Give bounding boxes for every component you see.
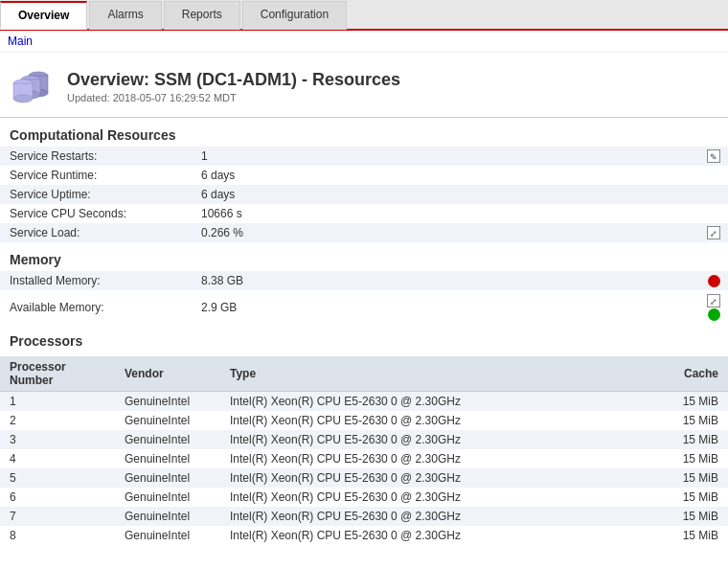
table-row: 1 GenuineIntel Intel(R) Xeon(R) CPU E5-2… (0, 392, 728, 412)
computational-heading: Computational Resources (0, 118, 728, 147)
row-label: Available Memory: (0, 290, 192, 324)
expand-icon[interactable]: ⤢ (707, 294, 720, 307)
row-icon-cell (690, 271, 728, 290)
row-value: 2.9 GB (192, 290, 690, 324)
row-value: 6 days (192, 166, 690, 185)
table-row: Service CPU Seconds: 10666 s (0, 204, 728, 223)
processors-table: Processor NumberVendorTypeCache 1 Genuin… (0, 356, 728, 545)
proc-number: 2 (0, 411, 115, 430)
row-label: Service Uptime: (0, 185, 192, 204)
proc-vendor: GenuineIntel (115, 488, 220, 507)
proc-cache: 15 MiB (671, 488, 728, 507)
proc-vendor: GenuineIntel (115, 468, 220, 488)
row-value: 8.38 GB (192, 271, 690, 290)
table-row: 4 GenuineIntel Intel(R) Xeon(R) CPU E5-2… (0, 449, 728, 468)
proc-type: Intel(R) Xeon(R) CPU E5-2630 0 @ 2.30GHz (220, 392, 671, 412)
table-row: Service Restarts: 1 ✎ (0, 147, 728, 166)
row-icon-cell: ⤢ (690, 223, 728, 242)
proc-cache: 15 MiB (671, 392, 728, 412)
proc-vendor: GenuineIntel (115, 411, 220, 430)
proc-number: 1 (0, 392, 115, 412)
page-header: Overview: SSM (DC1-ADM1) - Resources Upd… (0, 53, 728, 118)
proc-number: 5 (0, 468, 115, 488)
breadcrumb: Main (0, 31, 728, 53)
proc-vendor: GenuineIntel (115, 507, 220, 526)
row-label: Service Runtime: (0, 166, 192, 185)
proc-cache: 15 MiB (671, 449, 728, 468)
proc-number: 7 (0, 507, 115, 526)
row-icon-cell (690, 185, 728, 204)
proc-vendor: GenuineIntel (115, 430, 220, 449)
proc-cache: 15 MiB (671, 430, 728, 449)
tab-overview[interactable]: Overview (0, 1, 87, 30)
table-row: 5 GenuineIntel Intel(R) Xeon(R) CPU E5-2… (0, 468, 728, 488)
svg-point-8 (13, 95, 33, 102)
row-label: Service Load: (0, 223, 192, 242)
table-row: 7 GenuineIntel Intel(R) Xeon(R) CPU E5-2… (0, 507, 728, 526)
proc-type: Intel(R) Xeon(R) CPU E5-2630 0 @ 2.30GHz (220, 468, 671, 488)
proc-type: Intel(R) Xeon(R) CPU E5-2630 0 @ 2.30GHz (220, 526, 671, 545)
table-row: 3 GenuineIntel Intel(R) Xeon(R) CPU E5-2… (0, 430, 728, 449)
green-status-icon (708, 308, 720, 321)
column-header: Processor Number (0, 356, 115, 392)
proc-cache: 15 MiB (671, 526, 728, 545)
proc-type: Intel(R) Xeon(R) CPU E5-2630 0 @ 2.30GHz (220, 449, 671, 468)
row-value: 1 (192, 147, 690, 166)
proc-number: 4 (0, 449, 115, 468)
tab-configuration[interactable]: Configuration (242, 1, 347, 30)
column-header: Vendor (115, 356, 220, 392)
page-updated: Updated: 2018-05-07 16:29:52 MDT (67, 92, 400, 103)
table-row: Installed Memory: 8.38 GB (0, 271, 728, 290)
page-title: Overview: SSM (DC1-ADM1) - Resources (67, 70, 400, 90)
proc-vendor: GenuineIntel (115, 526, 220, 545)
table-row: 2 GenuineIntel Intel(R) Xeon(R) CPU E5-2… (0, 411, 728, 430)
memory-heading: Memory (0, 242, 728, 271)
row-value: 0.266 % (192, 223, 690, 242)
proc-cache: 15 MiB (671, 507, 728, 526)
table-row: Service Load: 0.266 % ⤢ (0, 223, 728, 242)
row-icon-cell (690, 166, 728, 185)
row-icon-cell: ✎ (690, 147, 728, 166)
red-status-icon (708, 275, 720, 287)
table-row: 8 GenuineIntel Intel(R) Xeon(R) CPU E5-2… (0, 526, 728, 545)
expand-icon[interactable]: ⤢ (707, 226, 720, 239)
proc-vendor: GenuineIntel (115, 392, 220, 412)
edit-icon[interactable]: ✎ (707, 149, 720, 163)
column-header: Type (220, 356, 671, 392)
proc-number: 8 (0, 526, 115, 545)
column-header: Cache (671, 356, 728, 392)
tab-bar: Overview Alarms Reports Configuration (0, 0, 728, 31)
proc-cache: 15 MiB (671, 468, 728, 488)
row-icon-cell: ⤢ (690, 290, 728, 324)
row-value: 6 days (192, 185, 690, 204)
row-icon-cell (690, 204, 728, 223)
computational-table: Service Restarts: 1 ✎ Service Runtime: 6… (0, 147, 728, 242)
row-label: Installed Memory: (0, 271, 192, 290)
proc-type: Intel(R) Xeon(R) CPU E5-2630 0 @ 2.30GHz (220, 411, 671, 430)
proc-number: 3 (0, 430, 115, 449)
row-label: Service Restarts: (0, 147, 192, 166)
table-row: Service Runtime: 6 days (0, 166, 728, 185)
row-value: 10666 s (192, 204, 690, 223)
page-icon (10, 62, 56, 111)
memory-table: Installed Memory: 8.38 GB Available Memo… (0, 271, 728, 324)
proc-number: 6 (0, 488, 115, 507)
table-row: Service Uptime: 6 days (0, 185, 728, 204)
tab-reports[interactable]: Reports (164, 1, 240, 30)
breadcrumb-main-link[interactable]: Main (8, 34, 33, 48)
table-row: Available Memory: 2.9 GB ⤢ (0, 290, 728, 324)
proc-cache: 15 MiB (671, 411, 728, 430)
row-label: Service CPU Seconds: (0, 204, 192, 223)
table-row: 6 GenuineIntel Intel(R) Xeon(R) CPU E5-2… (0, 488, 728, 507)
proc-type: Intel(R) Xeon(R) CPU E5-2630 0 @ 2.30GHz (220, 507, 671, 526)
proc-type: Intel(R) Xeon(R) CPU E5-2630 0 @ 2.30GHz (220, 430, 671, 449)
tab-alarms[interactable]: Alarms (89, 1, 161, 30)
proc-table-header: Processor NumberVendorTypeCache (0, 356, 728, 392)
page-title-block: Overview: SSM (DC1-ADM1) - Resources Upd… (67, 70, 400, 103)
proc-vendor: GenuineIntel (115, 449, 220, 468)
processors-heading: Processors (0, 324, 728, 353)
proc-type: Intel(R) Xeon(R) CPU E5-2630 0 @ 2.30GHz (220, 488, 671, 507)
